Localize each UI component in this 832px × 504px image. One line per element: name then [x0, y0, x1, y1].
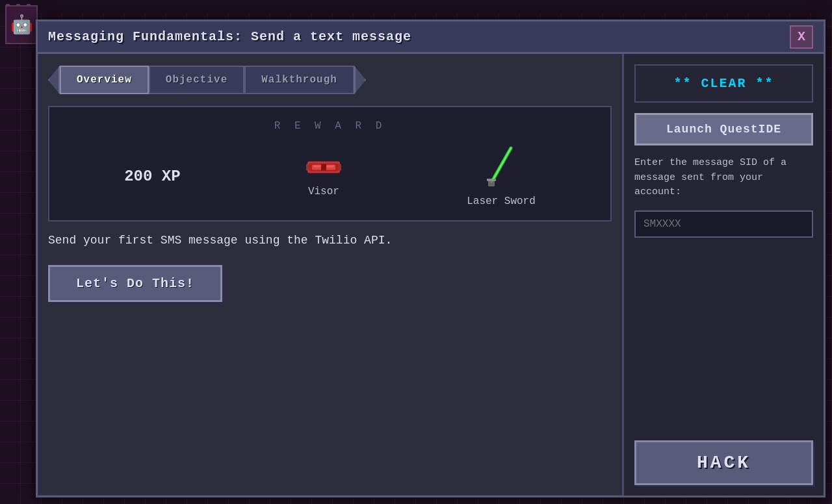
reward-item-visor: Visor	[304, 155, 343, 197]
tab-left-decorator	[48, 66, 60, 94]
modal-title-bar: Messaging Fundamentals: Send a text mess…	[38, 21, 824, 54]
svg-rect-8	[326, 166, 334, 168]
main-modal: Messaging Fundamentals: Send a text mess…	[36, 19, 826, 498]
tab-right-decorator	[354, 66, 366, 94]
tab-objective[interactable]: Objective	[149, 66, 244, 94]
modal-body: Overview Objective Walkthrough R E W A R…	[38, 54, 824, 496]
launch-questide-button[interactable]: Launch QuestIDE	[634, 113, 813, 145]
right-sidebar: ** CLEAR ** Launch QuestIDE Enter the me…	[622, 54, 824, 496]
svg-rect-4	[321, 164, 326, 171]
tab-bar: Overview Objective Walkthrough	[48, 64, 612, 95]
visor-icon	[304, 155, 343, 181]
sid-input[interactable]	[634, 210, 813, 238]
content-area: Overview Objective Walkthrough R E W A R…	[38, 54, 622, 496]
reward-items: 200 XP	[62, 145, 597, 207]
reward-card-inner: R E W A R D 200 XP	[62, 120, 597, 207]
reward-xp: 200 XP	[124, 168, 180, 185]
svg-line-13	[491, 148, 511, 183]
reward-item-laser-sword: Laser Sword	[467, 145, 536, 207]
clear-button[interactable]: ** CLEAR **	[634, 64, 813, 103]
avatar: 🤖	[5, 5, 38, 44]
laser-sword-icon	[482, 145, 521, 190]
visor-label: Visor	[308, 186, 339, 197]
laser-sword-label: Laser Sword	[467, 195, 536, 207]
avatar-icon: 🤖	[10, 14, 33, 36]
quest-description: Send your first SMS message using the Tw…	[48, 232, 612, 249]
svg-rect-6	[338, 164, 341, 171]
svg-rect-5	[306, 164, 309, 171]
top-bar	[0, 0, 832, 13]
reward-card: R E W A R D 200 XP	[48, 106, 612, 221]
svg-rect-7	[313, 166, 321, 168]
modal-title: Messaging Fundamentals: Send a text mess…	[48, 29, 411, 44]
lets-do-this-button[interactable]: Let's Do This!	[48, 265, 222, 302]
tab-overview[interactable]: Overview	[60, 66, 149, 94]
sidebar-spacer	[634, 248, 813, 431]
tab-walkthrough[interactable]: Walkthrough	[244, 66, 354, 94]
hack-button[interactable]: HACK	[634, 440, 813, 485]
sid-description: Enter the message SID of a message sent …	[634, 156, 813, 200]
close-button[interactable]: X	[790, 25, 813, 49]
reward-header: R E W A R D	[62, 120, 597, 132]
svg-rect-12	[487, 179, 496, 181]
action-button-container: Let's Do This!	[48, 260, 612, 302]
